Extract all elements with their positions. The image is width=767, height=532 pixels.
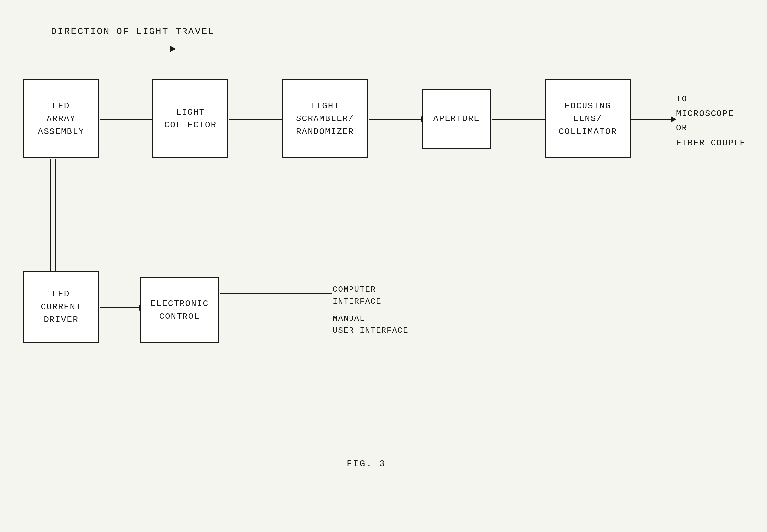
arrow-line <box>631 119 671 120</box>
scrambler-box: LIGHTSCRAMBLER/RANDOMIZER <box>282 79 368 158</box>
electronic-box: ELECTRONICCONTROL <box>140 277 219 343</box>
vertical-connector <box>220 293 220 317</box>
electronic-label: ELECTRONICCONTROL <box>150 297 209 323</box>
to-microscope-label: TOMICROSCOPEORFIBER COUPLE <box>676 92 746 150</box>
double-line-left <box>50 159 51 284</box>
scrambler-label: LIGHTSCRAMBLER/RANDOMIZER <box>296 100 354 138</box>
arrow-focusing-to-dest <box>631 116 676 122</box>
arrow-led-to-collector <box>100 116 158 122</box>
led-driver-label: LEDCURRENTDRIVER <box>41 288 81 326</box>
double-line-right <box>55 159 56 284</box>
direction-arrow-head <box>170 46 176 52</box>
arrow-line <box>229 119 282 120</box>
diagram: DIRECTION OF LIGHT TRAVEL LEDARRAYASSEMB… <box>0 0 767 532</box>
line-to-manual <box>220 317 332 317</box>
direction-label: DIRECTION OF LIGHT TRAVEL <box>51 26 215 37</box>
focusing-box: FOCUSINGLENS/COLLIMATOR <box>545 79 631 158</box>
led-array-label: LEDARRAYASSEMBLY <box>38 100 84 138</box>
arrow-collector-to-scrambler <box>229 116 287 122</box>
line-to-computer <box>220 293 332 294</box>
direction-arrow <box>51 46 177 52</box>
arrow-scrambler-to-aperture <box>369 116 427 122</box>
light-collector-box: LIGHTCOLLECTOR <box>152 79 228 158</box>
led-array-box: LEDARRAYASSEMBLY <box>23 79 99 158</box>
arrow-line <box>492 119 545 120</box>
direction-arrow-line <box>51 49 170 49</box>
led-driver-box: LEDCURRENTDRIVER <box>23 271 99 343</box>
arrow-line <box>369 119 421 120</box>
manual-interface-label: MANUALUSER INTERFACE <box>333 313 409 337</box>
computer-interface-label: COMPUTERINTERFACE <box>333 284 382 308</box>
arrow-line <box>100 307 139 308</box>
arrow-line <box>100 119 152 120</box>
light-collector-label: LIGHTCOLLECTOR <box>164 106 217 132</box>
arrow-head <box>671 116 676 122</box>
fig-caption: FIG. 3 <box>347 459 386 469</box>
arrow-driver-to-electronic <box>100 305 145 311</box>
aperture-box: APERTURE <box>422 89 491 149</box>
focusing-label: FOCUSINGLENS/COLLIMATOR <box>559 100 617 138</box>
aperture-label: APERTURE <box>433 113 480 125</box>
arrow-aperture-to-focusing <box>492 116 550 122</box>
